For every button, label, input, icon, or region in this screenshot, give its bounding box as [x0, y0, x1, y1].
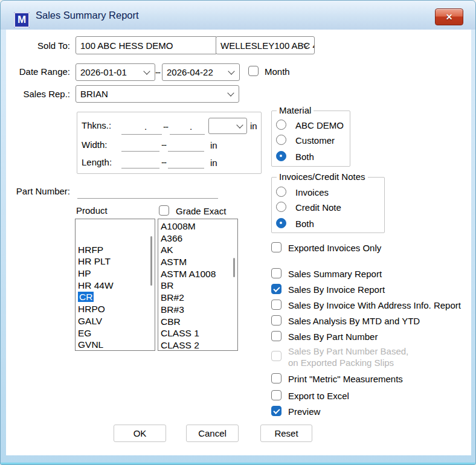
list-item-text: AK — [161, 245, 173, 255]
material-radio-abc-demo[interactable] — [276, 120, 286, 130]
list-item[interactable]: BR#2 — [158, 292, 237, 304]
date-to-combobox[interactable]: 2026-04-22 — [162, 63, 240, 81]
list-item[interactable]: GALV — [76, 315, 155, 327]
sold-to-name-value: WELLESLEY100 ABC 4 — [220, 40, 315, 51]
material-radio-both-label: Both — [295, 152, 314, 162]
grade-listbox[interactable]: A1008M A366 AK ASTM ASTM A1008 BR BR#2 B… — [158, 219, 238, 351]
list-item[interactable]: A366 — [158, 232, 237, 245]
list-item[interactable]: CLASS 2 — [158, 339, 237, 351]
sales-summary-report-dialog: M Sales Summary Report ✕ Sold To: 100 AB… — [0, 0, 476, 465]
list-item-text: CLASS 1 — [161, 328, 199, 338]
material-radio-customer[interactable] — [276, 135, 286, 145]
date-to-value: 2026-04-22 — [167, 67, 213, 77]
sales-rep-value: BRIAN — [80, 89, 108, 99]
list-item-text: A366 — [161, 233, 182, 243]
list-item[interactable]: CBR — [158, 316, 237, 328]
cancel-button[interactable]: Cancel — [186, 425, 239, 442]
sales-by-invoice-address-label: Sales By Invoice With Address Info. Repo… — [288, 300, 461, 310]
sales-by-part-number-based-label-line2: on Exported Packing Slips — [288, 358, 394, 368]
print-metric-measurements-checkbox[interactable] — [271, 373, 281, 383]
list-item-text: ASTM — [161, 257, 187, 267]
list-item[interactable]: GVNL — [76, 339, 155, 351]
width-to-field[interactable] — [168, 138, 204, 152]
thkns-unit-combobox[interactable] — [208, 118, 247, 134]
length-unit-label: in — [210, 158, 217, 168]
month-checkbox[interactable] — [248, 66, 259, 76]
sales-by-part-number-checkbox[interactable] — [271, 331, 281, 341]
sales-summary-report-label: Sales Summary Report — [288, 269, 382, 279]
sales-by-invoice-address-checkbox[interactable] — [271, 300, 281, 310]
list-item-text: CBR — [161, 316, 181, 327]
part-number-field[interactable] — [77, 185, 218, 199]
grade-list-scrollbar[interactable] — [233, 258, 235, 277]
list-item[interactable]: AK — [158, 244, 237, 256]
length-label: Length: — [82, 157, 112, 167]
title-bar[interactable]: M Sales Summary Report ✕ — [1, 1, 475, 30]
thkns-from-field[interactable] — [121, 121, 162, 135]
invoices-radio-credit-note-label: Credit Note — [295, 202, 341, 213]
grade-exact-checkbox[interactable] — [159, 205, 169, 216]
chevron-down-icon — [228, 68, 234, 74]
list-item[interactable]: CLASS 1 — [158, 327, 237, 339]
thkns-to-field[interactable] — [170, 121, 205, 135]
sales-by-part-number-label: Sales By Part Number — [288, 332, 378, 342]
list-item[interactable]: HRPO — [76, 303, 155, 315]
width-label: Width: — [82, 140, 108, 150]
sales-summary-report-checkbox[interactable] — [271, 268, 281, 278]
list-item[interactable]: HR PLT — [76, 255, 155, 268]
width-from-field[interactable] — [121, 138, 159, 152]
list-item-text: HRPO — [78, 304, 105, 314]
list-item[interactable]: HP — [76, 268, 155, 280]
reset-button[interactable]: Reset — [260, 425, 312, 442]
list-item[interactable]: BR — [158, 280, 237, 292]
date-from-value: 2026-01-01 — [80, 67, 127, 77]
length-range-separator: -- — [161, 157, 166, 167]
list-item[interactable]: EG — [76, 327, 155, 339]
export-to-excel-checkbox[interactable] — [271, 390, 281, 400]
length-from-field[interactable] — [121, 155, 159, 168]
list-item[interactable]: BR#3 — [158, 304, 237, 316]
grade-exact-label: Grade Exact — [176, 206, 226, 216]
thkns-range-separator: -- — [163, 121, 168, 132]
date-range-separator: -- — [155, 67, 160, 77]
material-radio-abc-demo-label: ABC DEMO — [295, 120, 344, 130]
date-from-combobox[interactable]: 2026-01-01 — [76, 63, 155, 81]
invoices-radio-invoices[interactable] — [276, 187, 286, 197]
list-item[interactable]: ASTM A1008 — [158, 268, 237, 280]
length-to-field[interactable] — [168, 155, 204, 168]
part-number-label: Part Number: — [1, 186, 70, 196]
invoices-radio-credit-note[interactable] — [276, 202, 286, 212]
sales-by-part-number-based-label-line1: Sales By Part Number Based, — [288, 346, 408, 356]
invoices-legend: Invoices/Credit Notes — [277, 172, 368, 182]
sales-analysis-mtd-ytd-checkbox[interactable] — [271, 315, 281, 326]
width-range-separator: -- — [161, 140, 166, 150]
list-item[interactable]: ASTM — [158, 256, 237, 268]
list-item[interactable]: CR — [76, 291, 155, 303]
month-checkbox-label: Month — [265, 66, 290, 77]
ok-button[interactable]: OK — [114, 425, 166, 442]
close-button[interactable]: ✕ — [435, 8, 463, 25]
sales-by-invoice-report-checkbox[interactable] — [271, 284, 281, 294]
sales-by-invoice-report-label: Sales By Invoice Report — [288, 284, 385, 295]
product-label: Product — [76, 205, 108, 216]
preview-checkbox[interactable] — [271, 406, 281, 416]
invoices-radio-both[interactable] — [276, 218, 286, 228]
material-radio-both[interactable] — [276, 151, 286, 161]
list-item-text: GVNL — [78, 339, 103, 350]
sales-rep-combobox[interactable]: BRIAN — [76, 85, 239, 103]
sold-to-code-field[interactable]: 100 ABC HESS DEMO — [76, 36, 216, 54]
invoices-radio-invoices-label: Invoices — [295, 187, 329, 197]
product-list-scrollbar[interactable] — [150, 236, 152, 286]
app-icon: M — [14, 12, 30, 28]
list-item[interactable] — [76, 232, 155, 244]
list-item-text: HRFP — [78, 245, 103, 255]
list-item[interactable]: HRFP — [76, 244, 155, 256]
exported-invoices-only-checkbox[interactable] — [271, 242, 281, 252]
product-listbox[interactable]: HRFP HR PLT HP HR 44W CR HRPO GALV EG GV… — [75, 219, 155, 351]
list-item-text: GALV — [78, 316, 102, 326]
list-item[interactable]: HR 44W — [76, 280, 155, 292]
list-item[interactable]: A1008M — [158, 220, 237, 232]
date-range-label: Date Range: — [1, 66, 70, 77]
sold-to-name-combobox[interactable]: WELLESLEY100 ABC 4 — [216, 36, 315, 54]
list-item-text: BR — [161, 280, 174, 290]
